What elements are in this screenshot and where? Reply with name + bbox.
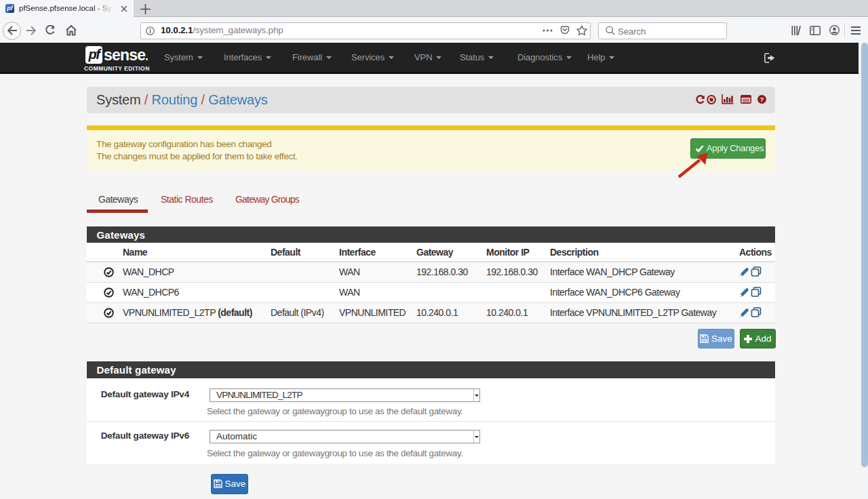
svg-text:?: ?	[760, 96, 764, 103]
